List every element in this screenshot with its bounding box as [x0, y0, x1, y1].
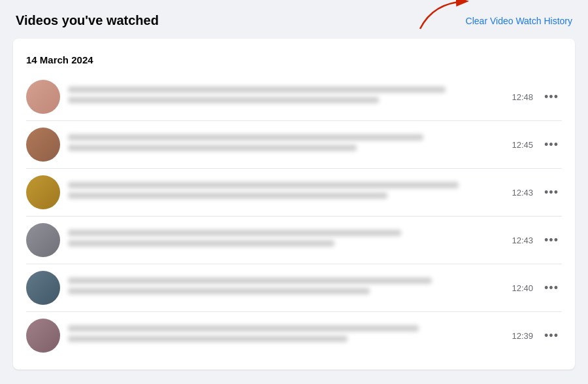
more-options-button[interactable]: ••• [541, 86, 562, 107]
more-options-button[interactable]: ••• [541, 325, 562, 346]
video-info [68, 134, 512, 155]
avatar [26, 128, 60, 162]
more-options-button[interactable]: ••• [541, 277, 562, 298]
video-info [68, 325, 512, 346]
arrow-container: Clear Video Watch History [466, 16, 572, 26]
video-title-line2 [68, 145, 357, 151]
video-meta: 12:48 ••• [512, 86, 562, 107]
video-title-line2 [68, 240, 335, 247]
video-info [68, 230, 512, 251]
video-timestamp: 12:48 [512, 92, 533, 102]
video-title-line1 [68, 325, 419, 332]
video-timestamp: 12:45 [512, 140, 533, 150]
video-meta: 12:43 ••• [512, 230, 562, 251]
page-header: Videos you've watched Clear Video Watch … [13, 13, 575, 28]
video-title-line1 [68, 182, 459, 188]
video-timestamp: 12:43 [512, 188, 533, 198]
video-timestamp: 12:43 [512, 236, 533, 245]
video-item: 12:43 ••• [26, 169, 562, 217]
clear-history-link[interactable]: Clear Video Watch History [466, 16, 572, 26]
video-meta: 12:39 ••• [512, 325, 562, 346]
video-info [68, 182, 512, 203]
content-card: 14 March 2024 12:48 ••• 12:45 [13, 39, 575, 370]
video-title-line1 [68, 277, 432, 284]
video-item: 12:39 ••• [26, 312, 562, 359]
video-meta: 12:45 ••• [512, 134, 562, 155]
video-item: 12:48 ••• [26, 73, 562, 121]
video-title-line2 [68, 336, 348, 342]
video-list: 12:48 ••• 12:45 ••• [26, 73, 562, 359]
video-item: 12:40 ••• [26, 264, 562, 312]
video-meta: 12:43 ••• [512, 182, 562, 203]
video-title-line2 [68, 192, 387, 199]
video-title-line1 [68, 230, 401, 236]
video-info [68, 277, 512, 298]
video-meta: 12:40 ••• [512, 277, 562, 298]
avatar [26, 223, 60, 257]
arrow-icon [414, 0, 472, 32]
video-info [68, 86, 512, 107]
date-label: 14 March 2024 [26, 49, 562, 71]
more-options-button[interactable]: ••• [541, 230, 562, 251]
video-title-line1 [68, 134, 423, 141]
page-title: Videos you've watched [16, 13, 159, 28]
avatar [26, 175, 60, 209]
video-timestamp: 12:39 [512, 331, 533, 341]
video-item: 12:45 ••• [26, 121, 562, 169]
more-options-button[interactable]: ••• [541, 134, 562, 155]
video-timestamp: 12:40 [512, 283, 533, 293]
more-options-button[interactable]: ••• [541, 182, 562, 203]
avatar [26, 80, 60, 114]
video-title-line2 [68, 288, 370, 294]
video-title-line1 [68, 86, 446, 93]
video-title-line2 [68, 97, 379, 103]
video-item: 12:43 ••• [26, 217, 562, 264]
avatar [26, 271, 60, 305]
avatar [26, 319, 60, 353]
